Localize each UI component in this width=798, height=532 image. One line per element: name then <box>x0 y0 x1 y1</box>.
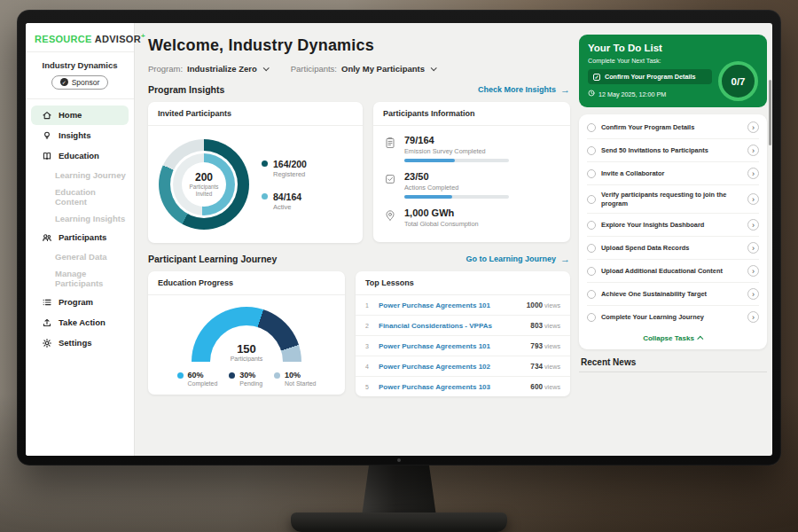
next-task-pill[interactable]: ✓ Confirm Your Program Details <box>588 69 712 84</box>
arrow-right-icon: → <box>560 254 570 264</box>
lesson-row[interactable]: 5 Power Purchase Agreements 103 600 view… <box>356 377 570 396</box>
go-to-learning-journey-link[interactable]: Go to Learning Journey→ <box>466 254 570 264</box>
task-checkbox[interactable] <box>587 290 596 299</box>
action-upload-icon <box>42 317 52 328</box>
lesson-row[interactable]: 4 Power Purchase Agreements 102 734 view… <box>356 356 570 377</box>
survey-clipboard-icon <box>384 137 396 149</box>
task-checkbox[interactable] <box>587 123 596 132</box>
card-title: Top Lessons <box>356 271 570 295</box>
sidebar-item-label: Program <box>59 297 93 307</box>
lesson-link: Power Purchase Agreements 101 <box>379 342 523 350</box>
scrollbar-thumb[interactable] <box>769 80 771 145</box>
donut-center-label: Participants Invited <box>185 184 223 198</box>
task-checkbox[interactable] <box>587 313 596 322</box>
sidebar-item-general-data[interactable]: General Data <box>26 248 134 265</box>
gauge-center-value: 150 <box>192 342 301 356</box>
invited-participants-donut: 200 Participants Invited <box>159 139 249 230</box>
sidebar-item-home[interactable]: Home <box>31 106 129 125</box>
task-row[interactable]: Complete Your Learning Journey › <box>587 306 759 328</box>
sidebar-item-participants[interactable]: Participants <box>31 228 129 247</box>
chevron-down-icon <box>262 65 269 71</box>
lesson-row[interactable]: 2 Financial Considerations - VPPAs 803 v… <box>356 316 570 336</box>
legend-item: 10%Not Started <box>274 371 316 387</box>
lesson-link: Financial Considerations - VPPAs <box>379 322 523 330</box>
donut-center-value: 200 <box>195 171 213 184</box>
sidebar-item-take-action[interactable]: Take Action <box>31 313 129 332</box>
lesson-link: Power Purchase Agreements 101 <box>379 301 520 309</box>
task-checkbox[interactable] <box>587 146 596 155</box>
chevron-right-icon: › <box>747 193 759 205</box>
program-filter[interactable]: Program: Industrialize Zero <box>148 64 268 74</box>
main-area: Welcome, Industry Dynamics Program: Indu… <box>135 23 772 456</box>
chevron-down-icon <box>431 65 437 71</box>
gauge-center-label: Participants <box>192 356 301 362</box>
task-row[interactable]: Upload Spend Data Records › <box>587 237 759 260</box>
monitor-logo-dot <box>397 458 401 462</box>
sidebar-item-education[interactable]: Education <box>31 146 129 166</box>
sponsor-badge[interactable]: ✓ Sponsor <box>51 75 109 90</box>
task-row[interactable]: Upload Additional Educational Content › <box>587 260 759 283</box>
sponsor-icon: ✓ <box>60 78 68 86</box>
legend-dot <box>262 193 268 200</box>
todo-title: Your To Do List <box>588 43 758 53</box>
task-row[interactable]: Confirm Your Program Details › <box>587 116 759 139</box>
learning-journey-section-header: Participant Learning Journey Go to Learn… <box>148 254 570 264</box>
recent-news-title: Recent News <box>579 357 767 372</box>
brand-primary: RESOURCE <box>35 34 92 44</box>
lightbulb-icon <box>42 130 52 141</box>
chevron-right-icon: › <box>747 121 759 133</box>
todo-header-card: Your To Do List Complete Your Next Task:… <box>579 35 767 107</box>
sidebar-item-settings[interactable]: Settings <box>31 333 129 353</box>
task-row[interactable]: Send 50 Invitations to Participants › <box>587 139 759 162</box>
task-checkbox[interactable] <box>587 267 596 276</box>
task-checkbox[interactable] <box>587 221 596 230</box>
chevron-right-icon: › <box>747 145 759 156</box>
task-row[interactable]: Achieve One Sustainability Target › <box>587 283 759 306</box>
monitor-stand-neck <box>362 463 436 516</box>
sponsor-label: Sponsor <box>72 78 100 87</box>
sidebar-item-program[interactable]: Program <box>31 293 129 312</box>
task-row[interactable]: Explore Your Insights Dashboard › <box>587 214 759 237</box>
sidebar-item-label: Insights <box>59 130 90 140</box>
task-checkbox[interactable] <box>587 195 596 204</box>
task-row[interactable]: Invite a Collaborator › <box>587 162 759 185</box>
list-icon <box>42 297 52 308</box>
chevron-right-icon: › <box>747 242 759 254</box>
lesson-row[interactable]: 1 Power Purchase Agreements 101 1000 vie… <box>356 295 570 316</box>
task-checkbox[interactable] <box>587 169 596 178</box>
participants-filter[interactable]: Participants: Only My Participants <box>291 64 435 74</box>
monitor-stand-base <box>291 512 507 532</box>
org-block: Industry Dynamics ✓ Sponsor <box>26 52 134 99</box>
legend-item: 30%Pending <box>229 371 262 387</box>
arrow-right-icon: → <box>560 85 570 95</box>
sidebar-item-learning-insights[interactable]: Learning Insights <box>26 210 134 227</box>
app-logo: RESOURCE ADVISOR+ <box>26 23 134 52</box>
chevron-right-icon: › <box>747 168 759 179</box>
section-title: Program Insights <box>148 84 224 95</box>
check-more-insights-link[interactable]: Check More Insights→ <box>478 85 570 95</box>
card-title: Participants Information <box>373 102 570 126</box>
collapse-tasks-button[interactable]: Collapse Tasks <box>587 328 759 348</box>
actions-check-icon <box>384 173 396 185</box>
sidebar-item-education-content[interactable]: Education Content <box>26 184 134 210</box>
sidebar-item-insights[interactable]: Insights <box>31 126 129 145</box>
task-row[interactable]: Verify participants requesting to join t… <box>587 185 759 214</box>
task-checkbox[interactable] <box>587 244 596 253</box>
sidebar-item-label: Home <box>59 110 82 120</box>
sidebar-item-manage-participants[interactable]: Manage Participants <box>26 265 134 292</box>
info-row-emission-survey: 79/164 Emission Survey Completed <box>384 135 559 162</box>
book-icon <box>42 151 52 161</box>
lesson-row[interactable]: 3 Power Purchase Agreements 101 793 view… <box>356 336 570 356</box>
chevron-right-icon: › <box>747 219 759 231</box>
sidebar-item-learning-journey[interactable]: Learning Journey <box>26 167 134 184</box>
legend-item: 164/200 Registered <box>262 159 307 178</box>
lessons-list: 1 Power Purchase Agreements 101 1000 vie… <box>356 295 570 396</box>
card-title: Invited Participants <box>148 102 363 126</box>
gauge-legend: 60%Completed 30%Pending 10%Not Started <box>177 371 317 387</box>
lesson-link: Power Purchase Agreements 103 <box>379 383 523 391</box>
invited-participants-card: Invited Participants 200 Participants In… <box>148 102 363 243</box>
people-icon <box>42 232 52 243</box>
education-gauge: 150 Participants <box>192 307 301 362</box>
program-insights-section-header: Program Insights Check More Insights→ <box>148 84 570 95</box>
participants-information-card: Participants Information 79/164 Emission… <box>373 102 570 242</box>
